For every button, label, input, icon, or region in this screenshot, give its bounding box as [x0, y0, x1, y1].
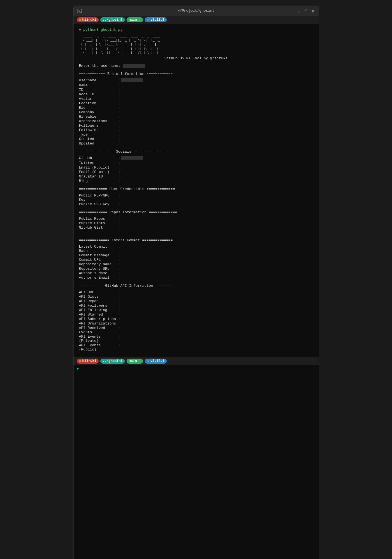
label-email-commit: Email (Commit) — [79, 170, 118, 174]
socials-header: ================ Socials ===============… — [79, 150, 313, 154]
label-api-followers: API Followers — [79, 304, 118, 308]
version-badge-bottom: v3.12.1 — [145, 359, 167, 364]
label-api-received-events: API Received Events — [79, 326, 118, 334]
label-company: Company — [79, 110, 118, 114]
version-dot-top — [147, 19, 149, 21]
label-api-events-private: API Events (Private) — [79, 335, 118, 343]
value-id — [121, 88, 313, 92]
ascii-art: ____ _ _ ____ ____ ____ _ _ ____ / ___| … — [79, 34, 313, 55]
value-gravatar — [121, 174, 313, 179]
label-email-public: Email (Public) — [79, 165, 118, 170]
statusbar-bottom: hiiruki ../ghosint main ! v3.12.1 — [73, 357, 319, 365]
value-author-name — [121, 271, 313, 275]
value-api-organizations — [121, 321, 313, 326]
value-organizations — [121, 119, 313, 123]
value-email-commit — [121, 170, 313, 174]
value-email-public — [121, 165, 313, 170]
value-username — [121, 78, 313, 83]
minimize-button[interactable]: ⌄ — [297, 8, 301, 14]
version-badge-top: v3.12.1 — [145, 17, 167, 22]
cmd-text: python3 ghosint.py — [83, 28, 122, 32]
value-api-followers — [121, 304, 313, 308]
value-type — [121, 132, 313, 137]
value-github-gist — [121, 226, 313, 230]
label-repo-name: Repository Name — [79, 262, 118, 266]
label-api-repos: API Repos — [79, 299, 118, 303]
value-company — [121, 110, 313, 114]
window-title: ~/Project/ghosint — [177, 9, 215, 13]
value-github — [121, 156, 313, 161]
user-badge-top: hiiruki — [77, 17, 99, 22]
value-twitter — [121, 161, 313, 165]
value-api-repos — [121, 299, 313, 303]
terminal-body: ● python3 ghosint.py ____ _ _ ____ ____ … — [73, 24, 319, 357]
socials-table: GitHub : Twitter : Email (Public) : Emai… — [79, 156, 313, 183]
value-repo-url — [121, 267, 313, 271]
label-commit-message: Commit Message — [79, 253, 118, 257]
username-prompt-line: Enter the username: — [79, 64, 313, 68]
label-node-id: Node ID — [79, 92, 118, 96]
label-github-gist: GitHub Gist — [79, 226, 118, 230]
value-following — [121, 128, 313, 132]
cmd-prompt: ● — [79, 28, 84, 32]
value-commit-url — [121, 258, 313, 262]
value-api-received-events — [121, 326, 313, 334]
value-api-following — [121, 308, 313, 312]
window-controls: ⌄ ⌃ ✕ — [297, 8, 315, 14]
close-button[interactable]: ✕ — [311, 8, 315, 14]
label-author-email: Author's Email — [79, 276, 118, 280]
label-username: Username — [79, 78, 118, 83]
label-location: Location — [79, 101, 118, 105]
repos-table: Public Repos : Public Gists : GitHub Gis… — [79, 217, 313, 230]
label-github: GitHub — [79, 156, 118, 161]
path-badge-bottom: ../ghosint — [100, 359, 125, 364]
branch-badge-top: main ! — [127, 17, 143, 22]
label-updated: Updated — [79, 141, 118, 146]
api-info-header: =========== GitHub API Information =====… — [79, 284, 313, 288]
label-avatar: Avatar — [79, 97, 118, 101]
label-api-organizations: API Organizations — [79, 321, 118, 326]
value-avatar — [121, 97, 313, 101]
label-name: Name — [79, 83, 118, 87]
value-api-events-public — [121, 343, 313, 352]
label-api-gists: API Gists — [79, 295, 118, 299]
value-location — [121, 101, 313, 105]
label-followers: Followers — [79, 124, 118, 128]
value-api-starred — [121, 312, 313, 317]
label-twitter: Twitter — [79, 161, 118, 165]
repos-header: ============= Repos Information ========… — [79, 210, 313, 214]
maximize-button[interactable]: ⌃ — [304, 8, 308, 14]
value-api-events-private — [121, 335, 313, 343]
label-hireable: Hireable — [79, 115, 118, 119]
value-node-id — [121, 92, 313, 96]
value-commit-message — [121, 253, 313, 257]
label-pgp-key: Public PGP/GPG Key — [79, 193, 118, 202]
path-badge-top: ../ghosint — [100, 17, 125, 22]
value-ssh-key — [121, 202, 313, 206]
label-type: Type — [79, 132, 118, 137]
bottom-prompt-dot: ● — [77, 367, 79, 371]
label-public-gists: Public Gists — [79, 221, 118, 225]
user-dot-bottom — [79, 360, 81, 362]
username-input[interactable] — [123, 64, 145, 68]
value-public-repos — [121, 217, 313, 221]
value-hireable — [121, 115, 313, 119]
label-api-subscriptions: API Subscriptions — [79, 317, 118, 321]
value-updated — [121, 141, 313, 146]
value-api-gists — [121, 295, 313, 299]
label-ssh-key: Public SSH Key — [79, 202, 118, 206]
value-repo-name — [121, 262, 313, 266]
label-api-starred: API Starred — [79, 312, 118, 317]
branch-badge-bottom: main ! — [127, 359, 143, 364]
user-badge-bottom: hiiruki — [77, 359, 99, 364]
label-public-repos: Public Repos — [79, 217, 118, 221]
label-commit-hash: Latest Commit Hash — [79, 245, 118, 253]
value-name — [121, 83, 313, 87]
version-dot-bottom — [147, 360, 149, 362]
latest-commit-table: Latest Commit Hash : Commit Message : Co… — [79, 245, 313, 280]
latest-commit-header: ============== Latest Commit ===========… — [79, 238, 313, 242]
label-following: Following — [79, 128, 118, 132]
credentials-table: Public PGP/GPG Key : Public SSH Key : — [79, 193, 313, 206]
value-followers — [121, 124, 313, 128]
label-organizations: Organizations — [79, 119, 118, 123]
